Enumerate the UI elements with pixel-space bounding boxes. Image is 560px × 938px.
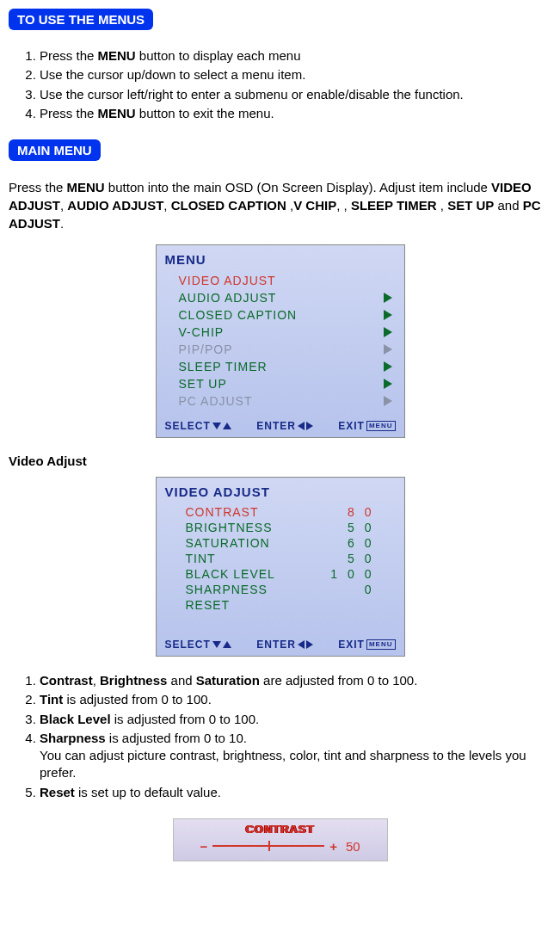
osd-video-adjust: VIDEO ADJUST CONTRAST8 0 BRIGHTNESS5 0 S… bbox=[156, 477, 405, 657]
right-icon bbox=[306, 422, 313, 430]
arrow-right-icon bbox=[384, 293, 392, 303]
menu-box-icon: MENU bbox=[366, 639, 396, 650]
minus-icon: − bbox=[200, 839, 207, 854]
bold: Black Level bbox=[40, 712, 111, 726]
arrow-right-icon bbox=[384, 396, 392, 406]
footer-select: SELECT bbox=[165, 420, 231, 432]
text: . bbox=[60, 216, 64, 231]
osd-main-menu: MENU VIDEO ADJUST AUDIO ADJUST CLOSED CA… bbox=[156, 244, 405, 438]
label: ENTER bbox=[256, 420, 296, 432]
text: , bbox=[93, 673, 100, 688]
text: , , bbox=[336, 198, 351, 213]
va-contrast: CONTRAST8 0 bbox=[165, 504, 396, 520]
slider-value: 50 bbox=[346, 839, 360, 854]
va-step-2: Tint is adjusted from 0 to 100. bbox=[40, 691, 551, 708]
osd-item-pippop: PIP/POP bbox=[165, 341, 396, 358]
label: SELECT bbox=[165, 639, 211, 651]
up-icon bbox=[223, 423, 231, 429]
osd-item-audio-adjust: AUDIO ADJUST bbox=[165, 289, 396, 306]
label: PC ADJUST bbox=[179, 394, 253, 408]
value bbox=[332, 598, 375, 612]
text: is adjusted from 0 to 100. bbox=[111, 712, 260, 726]
text: and bbox=[167, 673, 195, 688]
text: , bbox=[437, 198, 448, 213]
bold: Sharpness bbox=[40, 731, 106, 745]
footer-exit: EXITMENU bbox=[338, 639, 395, 651]
text: Press the bbox=[40, 106, 98, 120]
osd-item-setup: SET UP bbox=[165, 375, 396, 392]
label: PIP/POP bbox=[179, 342, 233, 356]
value: 5 0 bbox=[332, 552, 375, 565]
text: is adjusted from 0 to 10. bbox=[106, 731, 247, 745]
text: button to exit the menu. bbox=[136, 106, 274, 120]
step-2: Use the cursor up/down to select a menu … bbox=[40, 66, 551, 83]
osd-footer: SELECT ENTER EXITMENU bbox=[165, 418, 396, 434]
text: You can adjust picture contrast, brightn… bbox=[40, 748, 526, 780]
value: 0 bbox=[332, 583, 375, 596]
step-1: Press the MENU button to display each me… bbox=[40, 47, 551, 65]
label: RESET bbox=[186, 598, 231, 612]
contrast-slider-popup: CONTRAST − + 50 bbox=[173, 818, 388, 861]
text: and bbox=[494, 198, 522, 213]
value: 8 0 bbox=[332, 505, 375, 519]
va-sharpness: SHARPNESS0 bbox=[165, 582, 396, 597]
text: is adjusted from 0 to 100. bbox=[63, 692, 212, 707]
label: VIDEO ADJUST bbox=[179, 274, 276, 287]
label: ENTER bbox=[256, 639, 296, 651]
arrow-right-icon bbox=[384, 379, 392, 389]
footer-enter: ENTER bbox=[256, 639, 313, 651]
left-icon bbox=[298, 422, 305, 430]
menu-bold: MENU bbox=[98, 48, 136, 63]
va-tint: TINT5 0 bbox=[165, 551, 396, 566]
value: 1 0 0 bbox=[330, 567, 374, 581]
step-3: Use the cursor left/right to enter a sub… bbox=[40, 86, 551, 103]
bold: MENU bbox=[67, 180, 105, 194]
bold: Brightness bbox=[100, 673, 167, 688]
va-reset: RESET bbox=[165, 597, 396, 613]
text: Press the bbox=[9, 180, 67, 194]
up-icon bbox=[223, 641, 231, 648]
arrow-right-icon bbox=[384, 310, 392, 320]
osd-title: MENU bbox=[165, 252, 396, 267]
label: V-CHIP bbox=[179, 325, 225, 339]
bold: CLOSED CAPTION bbox=[171, 198, 286, 213]
va-saturation: SATURATION6 0 bbox=[165, 535, 396, 551]
arrow-right-icon bbox=[384, 344, 392, 355]
va-black-level: BLACK LEVEL1 0 0 bbox=[165, 566, 396, 582]
va-step-5: Reset is set up to default value. bbox=[40, 784, 551, 801]
footer-select: SELECT bbox=[165, 639, 231, 651]
down-icon bbox=[212, 423, 221, 429]
va-step-3: Black Level is adjusted from 0 to 100. bbox=[40, 711, 551, 728]
text: , bbox=[163, 198, 170, 213]
use-menus-steps: Press the MENU button to display each me… bbox=[9, 47, 551, 122]
va-brightness: BRIGHTNESS5 0 bbox=[165, 520, 396, 535]
step-4: Press the MENU button to exit the menu. bbox=[40, 105, 551, 122]
va-step-1: Contrast, Brightness and Saturation are … bbox=[40, 672, 551, 689]
osd-item-video-adjust: VIDEO ADJUST bbox=[165, 272, 396, 289]
osd-footer: SELECT ENTER EXITMENU bbox=[165, 637, 396, 652]
label: AUDIO ADJUST bbox=[179, 291, 277, 305]
osd-item-sleep-timer: SLEEP TIMER bbox=[165, 358, 396, 375]
plus-icon: + bbox=[329, 839, 337, 854]
label: SET UP bbox=[179, 377, 227, 391]
label: CLOSED CAPTION bbox=[179, 308, 298, 322]
arrow-right-icon bbox=[384, 327, 392, 337]
menu-box-icon: MENU bbox=[366, 421, 396, 431]
label: SHARPNESS bbox=[186, 583, 268, 596]
label: EXIT bbox=[338, 420, 365, 432]
value: 6 0 bbox=[332, 536, 375, 550]
text: , bbox=[286, 198, 293, 213]
arrow-right-icon bbox=[384, 361, 392, 372]
label: TINT bbox=[186, 552, 216, 565]
bold: Tint bbox=[40, 692, 63, 707]
osd-item-vchip: V-CHIP bbox=[165, 324, 396, 341]
label: EXIT bbox=[338, 639, 365, 651]
bold: SET UP bbox=[447, 198, 494, 213]
label: SATURATION bbox=[186, 536, 270, 550]
bold: Reset bbox=[40, 785, 75, 799]
label: CONTRAST bbox=[186, 505, 259, 519]
track bbox=[212, 845, 324, 847]
label: BRIGHTNESS bbox=[186, 521, 273, 534]
menu-bold: MENU bbox=[98, 106, 136, 120]
label: SELECT bbox=[165, 420, 211, 432]
